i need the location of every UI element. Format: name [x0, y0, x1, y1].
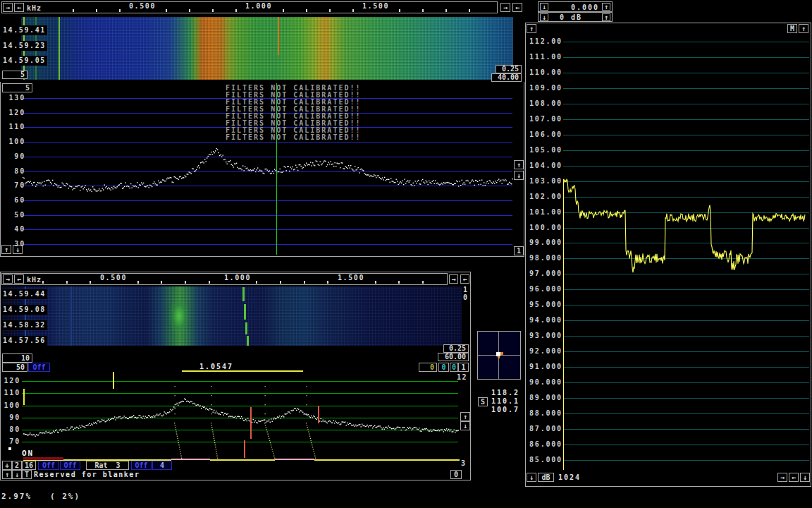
pan-left-outer-button[interactable]: ←: [460, 274, 469, 284]
waterfall-timestamp: 14.59.23: [1, 41, 47, 51]
axis-label: 94.000: [529, 316, 565, 325]
freq-scale-label: 0.500: [125, 3, 159, 10]
pan-right-outer-button[interactable]: →: [449, 274, 458, 284]
waterfall-avg-box[interactable]: 10: [2, 353, 32, 363]
smeter-mode-button[interactable]: S: [478, 397, 488, 406]
pan-left-button[interactable]: ←: [14, 274, 24, 284]
graph-page-up-button[interactable]: ↑: [799, 24, 808, 33]
waterfall-avg-box[interactable]: 5: [2, 71, 27, 79]
axis-label: 93.000: [529, 332, 565, 340]
bb-corner-box[interactable]: 0: [450, 470, 462, 479]
axis-label: 99.000: [529, 238, 565, 247]
freq-scale-tick: [445, 9, 447, 12]
freq-scale-tick: [256, 281, 257, 284]
fft1-size-box[interactable]: 16: [22, 461, 36, 470]
freq-scale-tick: [166, 9, 167, 12]
smeter-value: 100.7: [488, 406, 519, 414]
row-down-button[interactable]: ↓: [12, 470, 22, 479]
pan-right-button[interactable]: →: [3, 274, 13, 284]
bb-scroll-down-button[interactable]: ↓: [460, 421, 470, 430]
panel-a-frequency-scale[interactable]: → ← kHz 0.5001.0001.500: [1, 1, 498, 13]
freq-scale-tick: [327, 281, 328, 284]
axis-label: 88.000: [529, 409, 565, 418]
gain-up-button[interactable]: ↑: [602, 13, 610, 21]
axis-label: 90.000: [529, 378, 565, 387]
limiter-off-button[interactable]: Off: [131, 461, 152, 470]
spectrum-avg-box[interactable]: 5: [2, 83, 32, 92]
pan-left-button[interactable]: ←: [14, 3, 24, 12]
axis-label: 130: [3, 94, 25, 102]
drifting-signal-dash: [244, 304, 246, 320]
mode-flag-box[interactable]: 1: [458, 363, 469, 372]
on-indicator: ON: [22, 449, 34, 458]
axis-label: 70: [2, 437, 20, 446]
waterfall-zoom-box[interactable]: 0.25: [443, 344, 469, 353]
rat-setting-box[interactable]: Rat 3: [86, 461, 129, 470]
blanker-off-button[interactable]: Off: [38, 461, 59, 470]
freq-scale-tick: [306, 9, 307, 12]
axis-label: 89.000: [529, 394, 565, 402]
freq-scale-tick: [352, 9, 354, 12]
baseband-waterfall[interactable]: [2, 286, 462, 346]
linrad-screen: → ← kHz 0.5001.0001.500 → ← 5 0.25 40.00…: [0, 0, 812, 508]
axis-label: 100: [2, 401, 20, 410]
spectrum-corner-box[interactable]: 1: [514, 246, 524, 255]
waterfall-zoom-box[interactable]: 0.25: [496, 65, 522, 73]
blanker-off-button[interactable]: Off: [60, 461, 80, 470]
selector-4-box[interactable]: 4: [152, 461, 172, 470]
pan-right-button[interactable]: →: [3, 3, 13, 12]
graph-scroll-up-button[interactable]: ↑: [527, 24, 536, 33]
spectrum-gain-down-button[interactable]: ↓: [514, 171, 524, 180]
axis-label: 40: [3, 225, 25, 234]
waterfall-gain-box[interactable]: 40.00: [491, 73, 522, 82]
axis-label: 105.00: [529, 146, 565, 155]
db-scale-button[interactable]: dB: [538, 473, 554, 482]
scope-signal-dot-orange: [500, 352, 503, 355]
axis-label: 70: [3, 181, 25, 190]
panel-c-frequency-scale[interactable]: → ← kHz 0.5001.0001.500: [1, 273, 448, 285]
graph-pan-left-button[interactable]: ←: [789, 473, 799, 482]
yellow-marker: [23, 389, 25, 405]
graph-down-button[interactable]: ↓: [527, 473, 536, 482]
row-up-button[interactable]: ↑: [2, 470, 12, 479]
fft2-size-label: 12: [457, 373, 467, 382]
side-flag-bottom: 0: [463, 294, 469, 302]
smeter-value: 110.1: [488, 397, 519, 406]
shift-down-button[interactable]: ↓: [540, 3, 548, 11]
freq-scale-tick: [209, 281, 210, 284]
axis-label: 110.00: [529, 68, 565, 77]
memory-button[interactable]: M: [787, 24, 797, 33]
mode-flag-box[interactable]: 0: [450, 363, 458, 372]
spectrum-gain-up-button[interactable]: ↑: [514, 160, 524, 169]
blanker-note-text: Reserved for blanker: [34, 471, 140, 479]
freq-scale-tick: [283, 9, 284, 12]
filter-floor-pink: [171, 459, 210, 460]
graph-pan-right-button[interactable]: →: [777, 473, 787, 482]
pan-left-outer-button[interactable]: ←: [512, 3, 522, 12]
smeter-graph-frame[interactable]: [525, 23, 811, 487]
freq-scale-tick: [90, 281, 91, 284]
bb-scroll-up-button[interactable]: ↑: [460, 412, 470, 421]
red-marker: [250, 407, 252, 439]
freq-scale-tick: [304, 281, 305, 284]
timing-button[interactable]: T: [22, 470, 32, 479]
filters-warning-text: FILTERS NOT CALIBRATED!!: [226, 133, 362, 142]
shift-up-button[interactable]: ↑: [602, 3, 610, 11]
axis-label: 110: [2, 389, 20, 397]
agc-number-box[interactable]: 50: [2, 363, 27, 372]
gain-down-button[interactable]: ↓: [540, 13, 548, 21]
graph-pan-down-button[interactable]: ↓: [800, 473, 810, 482]
fft1-mode-box[interactable]: 2: [12, 461, 22, 470]
freq-scale-tick: [235, 9, 237, 12]
waterfall-signal-line-orange: [278, 17, 279, 55]
waterfall-gain-box[interactable]: 60.00: [438, 353, 469, 361]
agc-state-button[interactable]: Off: [28, 363, 50, 372]
phase-scope[interactable]: [477, 331, 521, 380]
axis-label: 50: [3, 211, 25, 219]
mode-flag-box[interactable]: 0: [438, 363, 449, 372]
expand-button[interactable]: +: [2, 461, 12, 470]
main-waterfall[interactable]: [21, 17, 513, 80]
axis-label: 80: [2, 425, 20, 434]
pan-right-outer-button[interactable]: →: [500, 3, 510, 12]
mode-flag-box[interactable]: 0: [419, 363, 437, 372]
